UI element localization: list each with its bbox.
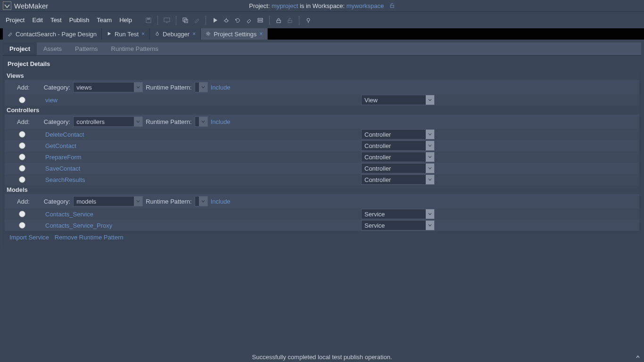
menu-project[interactable]: Project <box>2 15 28 25</box>
eraser-icon[interactable] <box>244 15 254 25</box>
monitor-icon <box>162 15 172 25</box>
unlock-icon[interactable] <box>389 2 395 9</box>
menu-publish[interactable]: Publish <box>66 15 93 25</box>
item-name-link[interactable]: PrepareForm <box>45 154 82 161</box>
gear-icon <box>206 31 211 38</box>
brush-icon <box>191 15 202 25</box>
tab-project-settings[interactable]: Project Settings × <box>201 28 268 40</box>
include-link[interactable]: Include <box>211 84 231 91</box>
item-type-select[interactable]: View <box>361 95 435 105</box>
list-item: DeleteContactController <box>5 129 639 140</box>
play-icon <box>107 31 112 38</box>
runtime-pattern-label: Runtime Pattern: <box>146 198 192 205</box>
app-title: WebMaker <box>14 2 48 10</box>
subtab-patterns[interactable]: Patterns <box>68 42 104 55</box>
menu-help[interactable]: Help <box>116 15 136 25</box>
subtab-assets[interactable]: Assets <box>37 42 68 55</box>
chevron-down-icon <box>426 164 434 173</box>
models-runtime-pattern-select[interactable] <box>195 196 208 206</box>
menu-edit[interactable]: Edit <box>28 15 46 25</box>
bug-icon <box>155 31 160 38</box>
remove-runtime-pattern-link[interactable]: Remove Runtime Pattern <box>55 234 124 241</box>
runtime-pattern-label: Runtime Pattern: <box>146 118 192 125</box>
radio-button[interactable] <box>19 211 25 217</box>
radio-button[interactable] <box>19 222 25 229</box>
radio-button[interactable] <box>19 131 25 138</box>
status-message: Successfully completed local test publis… <box>252 354 392 361</box>
menu-test[interactable]: Test <box>47 15 66 25</box>
lock-icon[interactable] <box>273 15 284 25</box>
project-name-link[interactable]: myproject <box>272 2 298 9</box>
list-item: SearchResultsController <box>5 174 639 185</box>
subtab-runtime-patterns[interactable]: Runtime Patterns <box>105 42 165 55</box>
item-name-link[interactable]: Contacts_Service <box>45 211 93 218</box>
item-type-select[interactable]: Controller <box>361 174 435 185</box>
section-models-header: Models <box>5 185 639 194</box>
svg-rect-14 <box>288 20 292 23</box>
item-type-select[interactable]: Controller <box>361 152 435 162</box>
tab-debugger[interactable]: Debugger × <box>150 28 201 40</box>
tab-label: Project Settings <box>214 31 256 38</box>
separator <box>206 16 206 25</box>
item-name-link[interactable]: Contacts_Service_Proxy <box>45 222 112 229</box>
radio-button[interactable] <box>19 97 25 103</box>
item-type-select[interactable]: Service <box>361 220 435 230</box>
list-item: Contacts_ServiceService <box>5 208 639 220</box>
svg-point-18 <box>156 33 159 35</box>
item-name-link[interactable]: SearchResults <box>45 176 85 183</box>
subtab-project[interactable]: Project <box>3 42 37 55</box>
controllers-runtime-pattern-select[interactable] <box>195 116 208 127</box>
copy-icon[interactable] <box>180 15 190 25</box>
item-type-select[interactable]: Controller <box>361 129 435 140</box>
chevron-down-icon <box>426 175 434 184</box>
item-name-link[interactable]: GetContact <box>45 142 76 149</box>
radio-button[interactable] <box>19 154 25 160</box>
item-type-select[interactable]: Service <box>361 209 435 219</box>
separator <box>176 16 176 25</box>
select-value: Controller <box>364 165 391 172</box>
close-icon[interactable]: × <box>259 31 263 37</box>
close-icon[interactable]: × <box>192 31 196 37</box>
radio-button[interactable] <box>19 165 25 172</box>
list-item: SaveContactController <box>5 163 639 174</box>
project-prefix: Project: <box>249 2 270 9</box>
controllers-category-select[interactable]: controllers <box>73 116 143 127</box>
views-category-select[interactable]: views <box>73 82 143 92</box>
models-category-select[interactable]: models <box>73 196 143 206</box>
menu-team[interactable]: Team <box>93 15 116 25</box>
svg-point-20 <box>207 33 209 34</box>
close-icon[interactable]: × <box>141 31 145 37</box>
include-link[interactable]: Include <box>211 118 231 125</box>
svg-rect-3 <box>164 18 170 22</box>
item-name-link[interactable]: SaveContact <box>45 165 80 172</box>
lightbulb-icon[interactable] <box>303 15 314 25</box>
chevron-down-icon <box>426 152 434 162</box>
item-type-select[interactable]: Controller <box>361 140 435 151</box>
workspace-name-link[interactable]: myworkspace <box>347 2 384 9</box>
radio-button[interactable] <box>19 176 25 183</box>
item-name-link[interactable]: view <box>45 97 58 104</box>
play-icon[interactable] <box>210 15 220 25</box>
select-value: Controller <box>364 142 391 149</box>
tab-label: Run Test <box>115 31 139 38</box>
radio-button[interactable] <box>19 142 25 149</box>
category-label: Category: <box>44 84 70 91</box>
toolbar <box>143 15 314 25</box>
chevron-up-icon[interactable] <box>636 354 640 361</box>
server-icon[interactable] <box>255 15 265 25</box>
select-value: views <box>76 84 92 91</box>
include-link[interactable]: Include <box>211 198 231 205</box>
import-service-link[interactable]: Import Service <box>9 234 49 241</box>
bug-icon[interactable] <box>221 15 231 25</box>
edit-icon <box>8 31 13 38</box>
refresh-icon[interactable] <box>232 15 243 25</box>
tab-page-design[interactable]: ContactSearch - Page Design <box>3 28 102 40</box>
item-name-link[interactable]: DeleteContact <box>45 131 84 138</box>
views-runtime-pattern-select[interactable] <box>195 82 208 92</box>
list-item: viewView <box>5 94 639 106</box>
item-type-select[interactable]: Controller <box>361 163 435 173</box>
tab-run-test[interactable]: Run Test × <box>102 28 150 40</box>
category-label: Category: <box>44 118 70 125</box>
workspace-prefix: is in Workspace: <box>300 2 345 9</box>
sub-tabs: Project Assets Patterns Runtime Patterns <box>3 42 641 56</box>
